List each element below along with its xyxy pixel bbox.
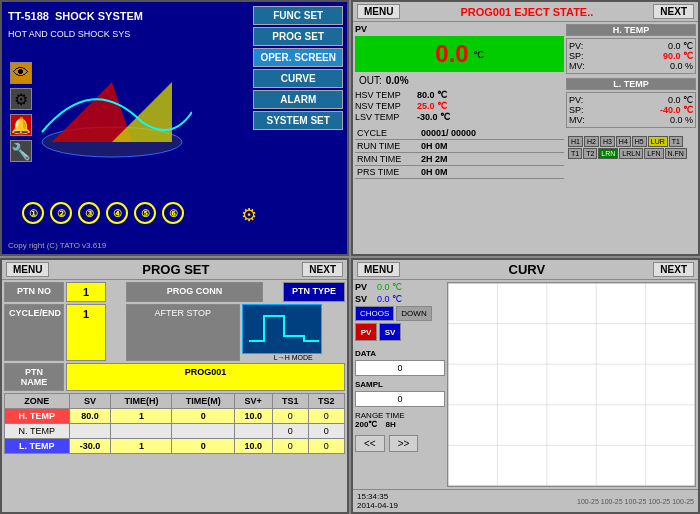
- icon-settings[interactable]: ⚙: [10, 88, 32, 110]
- alarm-button[interactable]: ALARM: [253, 90, 343, 109]
- btn-t1b[interactable]: T1: [568, 148, 582, 159]
- ptn-name-value[interactable]: PROG001: [66, 363, 345, 391]
- table-row-l-temp: L. TEMP -30.0 1 0 10.0 0 0: [5, 439, 345, 454]
- n-temp-time-m[interactable]: [172, 424, 234, 439]
- next-nav-button[interactable]: >>: [389, 435, 419, 452]
- tl-circles: ① ② ③ ④ ⑤ ⑥: [22, 202, 184, 224]
- l-sp-label: SP:: [569, 105, 584, 115]
- l-mv-label: MV:: [569, 115, 585, 125]
- bl-menu-button[interactable]: MENU: [6, 262, 49, 277]
- h-temp-ts1[interactable]: 0: [272, 409, 308, 424]
- curve-button[interactable]: CURVE: [253, 69, 343, 88]
- h-temp-time-h[interactable]: 1: [111, 409, 172, 424]
- l-temp-time-h[interactable]: 1: [111, 439, 172, 454]
- h-temp-ts2[interactable]: 0: [308, 409, 344, 424]
- prev-button[interactable]: <<: [355, 435, 385, 452]
- l-temp-sv-plus[interactable]: 10.0: [234, 439, 272, 454]
- btn-h1[interactable]: H1: [568, 136, 583, 147]
- btn-lrn[interactable]: LRN: [598, 148, 618, 159]
- tr-next-button[interactable]: NEXT: [653, 4, 694, 19]
- zone-table: ZONE SV TIME(H) TIME(M) SV+ TS1 TS2 H. T…: [4, 393, 345, 454]
- btn-h4[interactable]: H4: [616, 136, 631, 147]
- out-label: OUT:: [359, 75, 382, 86]
- h-temp-sv[interactable]: 80.0: [69, 409, 111, 424]
- choos-button[interactable]: CHOOS: [355, 306, 394, 321]
- svg-rect-3: [244, 306, 320, 352]
- time-section: TIME 8H: [385, 411, 404, 429]
- br-timestamp: 15:34:35: [357, 492, 398, 501]
- l-temp-ts1[interactable]: 0: [272, 439, 308, 454]
- oper-screen-button[interactable]: OPER. SCREEN: [253, 48, 343, 67]
- system-set-button[interactable]: SYSTEM SET: [253, 111, 343, 130]
- pv-label: PV: [355, 24, 564, 34]
- l-temp-time-m[interactable]: 0: [172, 439, 234, 454]
- h-temp-zone: H. TEMP: [5, 409, 70, 424]
- down-button[interactable]: DOWN: [396, 306, 431, 321]
- th-sv: SV: [69, 394, 111, 409]
- pv-display: 0.0 ℃: [355, 36, 564, 72]
- cycle-end-value[interactable]: 1: [66, 304, 106, 361]
- bl-header: MENU PROG SET NEXT: [2, 260, 347, 280]
- tl-buttons: FUNC SET PROG SET OPER. SCREEN CURVE ALA…: [249, 2, 347, 134]
- icon-alert[interactable]: 🔔: [10, 114, 32, 136]
- system-label: SHOCK SYSTEM: [55, 10, 143, 22]
- h-temp-time-m[interactable]: 0: [172, 409, 234, 424]
- bl-next-button[interactable]: NEXT: [302, 262, 343, 277]
- sv-select-button[interactable]: SV: [379, 323, 401, 341]
- btn-t2[interactable]: T2: [583, 148, 597, 159]
- br-datetime: 15:34:35 2014-04-19: [357, 492, 398, 510]
- btn-t1a[interactable]: T1: [669, 136, 683, 147]
- ptn-no-value[interactable]: 1: [66, 282, 106, 302]
- th-zone: ZONE: [5, 394, 70, 409]
- model-label: TT-5188: [8, 10, 49, 22]
- btn-lfn[interactable]: LFN: [644, 148, 663, 159]
- h-temp-sv-plus[interactable]: 10.0: [234, 409, 272, 424]
- br-footer: 15:34:35 2014-04-19 100-25 100-25 100-25…: [353, 489, 698, 512]
- icon-tool[interactable]: 🔧: [10, 140, 32, 162]
- br-next-button[interactable]: NEXT: [653, 262, 694, 277]
- n-temp-ts1[interactable]: 0: [272, 424, 308, 439]
- circle-3: ③: [78, 202, 100, 224]
- btn-lrln[interactable]: LRLN: [619, 148, 643, 159]
- icon-eye[interactable]: 👁: [10, 62, 32, 84]
- n-temp-ts2[interactable]: 0: [308, 424, 344, 439]
- prog-set-button[interactable]: PROG SET: [253, 27, 343, 46]
- l-temp-ts2[interactable]: 0: [308, 439, 344, 454]
- l-temp-sv[interactable]: -30.0: [69, 439, 111, 454]
- nsv-label: NSV TEMP: [355, 101, 415, 111]
- btn-h3[interactable]: H3: [600, 136, 615, 147]
- btn-nfn[interactable]: N.FN: [665, 148, 687, 159]
- th-sv-plus: SV+: [234, 394, 272, 409]
- scale-3: 100-25: [625, 498, 647, 505]
- pv-select-button[interactable]: PV: [355, 323, 377, 341]
- circle-4: ④: [106, 202, 128, 224]
- rmn-time-value: 2H 2M: [421, 154, 448, 164]
- n-temp-time-h[interactable]: [111, 424, 172, 439]
- btn-h2[interactable]: H2: [584, 136, 599, 147]
- th-time-m: TIME(M): [172, 394, 234, 409]
- bottom-left-panel: MENU PROG SET NEXT PTN NO 1 PROG CONN PT…: [0, 258, 349, 514]
- run-time-value: 0H 0M: [421, 141, 448, 151]
- func-set-button[interactable]: FUNC SET: [253, 6, 343, 25]
- range-label: RANGE: [355, 411, 383, 420]
- tr-menu-button[interactable]: MENU: [357, 4, 400, 19]
- n-temp-sv[interactable]: [69, 424, 111, 439]
- br-chart: [447, 282, 696, 487]
- row-cycle: CYCLE/END 1 AFTER STOP L→H MODE: [4, 304, 345, 361]
- n-temp-sv-plus[interactable]: [234, 424, 272, 439]
- cycle-value: 00001/ 00000: [421, 128, 476, 138]
- top-left-panel: TT-5188 SHOCK SYSTEM ✋ HOT AND COLD SHOC…: [0, 0, 349, 256]
- tr-title: PROG001 EJECT STATE..: [400, 6, 653, 18]
- hsv-value: 80.0 ℃: [417, 90, 447, 100]
- svg-rect-4: [448, 283, 695, 486]
- btn-lur[interactable]: LUR: [648, 136, 668, 147]
- br-left-section: PV 0.0 ℃ SV 0.0 ℃ CHOOS DOWN PV SV DATA …: [355, 282, 445, 487]
- bottom-right-panel: MENU CURV NEXT PV 0.0 ℃ SV 0.0 ℃ CHOOS D…: [351, 258, 700, 514]
- br-sv-row: SV 0.0 ℃: [355, 294, 445, 304]
- circle-6: ⑥: [162, 202, 184, 224]
- btn-h5[interactable]: H5: [632, 136, 647, 147]
- br-menu-button[interactable]: MENU: [357, 262, 400, 277]
- prs-time-value: 0H 0M: [421, 167, 448, 177]
- out-value: 0.0%: [386, 75, 409, 86]
- data-value: 0: [355, 360, 445, 376]
